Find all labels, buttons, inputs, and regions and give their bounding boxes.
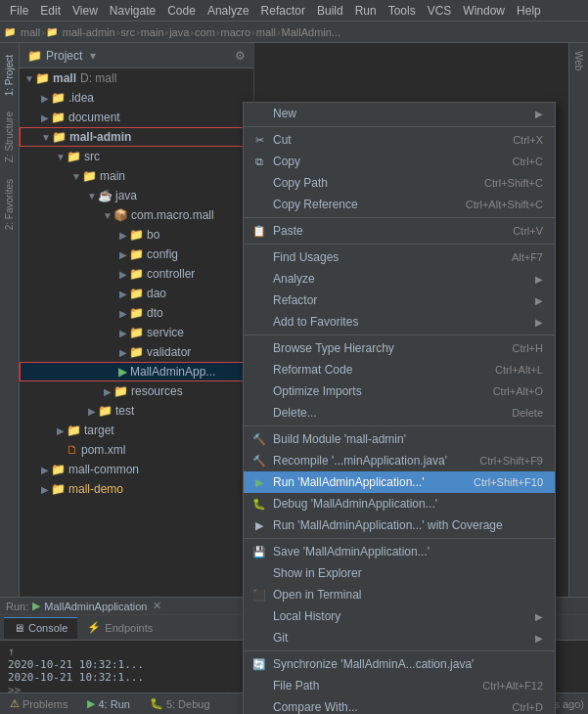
menu-refactor[interactable]: Refactor (255, 2, 311, 20)
main-area: 1: Project Z: Structure 2: Favorites 📁 P… (0, 43, 588, 597)
tree-item-pomxml[interactable]: 🗋 pom.xml (20, 440, 253, 460)
menu-navigate[interactable]: Navigate (104, 2, 161, 20)
menu-vcs[interactable]: VCS (422, 2, 458, 20)
breadcrumb-com[interactable]: com (195, 26, 215, 38)
debug-icon: 🐛 (150, 697, 163, 710)
tree-item-config[interactable]: ▶ 📁 config (20, 245, 253, 264)
ctx-reformat[interactable]: Reformat Code Ctrl+Alt+L (244, 359, 555, 380)
tree-item-resources[interactable]: ▶ 📁 resources (20, 381, 253, 401)
ctx-cut[interactable]: ✂ Cut Ctrl+X (244, 129, 555, 151)
ctx-addtofav[interactable]: Add to Favorites ▶ (244, 311, 555, 333)
ctx-refactor[interactable]: Refactor ▶ (244, 290, 555, 311)
sidebar-tab-web[interactable]: Web (571, 43, 586, 78)
tree-label: pom.xml (81, 443, 125, 457)
ctx-showinexplorer[interactable]: Show in Explorer (244, 562, 555, 584)
ctx-optimizeimports[interactable]: Optimize Imports Ctrl+Alt+O (244, 380, 555, 402)
debug-btn[interactable]: 🐛 5: Debug (144, 696, 216, 711)
breadcrumb-mall[interactable]: 📁 mall (4, 26, 40, 38)
sidebar-tab-favorites[interactable]: 2: Favorites (2, 171, 17, 238)
tree-item-validator[interactable]: ▶ 📁 validator (20, 342, 253, 362)
ctx-copy[interactable]: ⧉ Copy Ctrl+C (244, 151, 555, 172)
ctx-copypath[interactable]: Copy Path Ctrl+Shift+C (244, 172, 555, 194)
ctx-runwithcoverage[interactable]: ▶ Run 'MallAdminApplication...' with Cov… (244, 514, 555, 536)
ctx-openinterminal[interactable]: ⬛ Open in Terminal (244, 584, 555, 605)
run-btn[interactable]: ▶ 4: Run (81, 696, 135, 711)
breadcrumb-src[interactable]: src (120, 26, 135, 38)
ctx-copyref[interactable]: Copy Reference Ctrl+Alt+Shift+C (244, 194, 555, 215)
tree-item-idea[interactable]: ▶ 📁 .idea (20, 88, 253, 108)
ctx-comparewith[interactable]: Compare With... Ctrl+D (244, 696, 555, 714)
browsetypehier-shortcut: Ctrl+H (513, 342, 543, 354)
ctx-delete[interactable]: Delete... Delete (244, 402, 555, 424)
tree-label: controller (147, 267, 195, 281)
ctx-recompile[interactable]: 🔨 Recompile '...minApplication.java' Ctr… (244, 450, 555, 471)
tree-item-commacromall[interactable]: ▼ 📦 com.macro.mall (20, 205, 253, 225)
breadcrumb-java[interactable]: java (169, 26, 189, 38)
ctx-buildmodule[interactable]: 🔨 Build Module 'mall-admin' (244, 428, 555, 450)
tree-item-bo[interactable]: ▶ 📁 bo (20, 225, 253, 245)
bottom-tab-endpoints[interactable]: ⚡ Endpoints (77, 617, 162, 639)
tree-item-malladmin[interactable]: ▼ 📁 mall-admin (20, 127, 253, 147)
panel-settings-icon[interactable]: ⚙ (235, 49, 246, 63)
breadcrumb-malladmin[interactable]: 📁 mall-admin (46, 26, 115, 38)
folder-icon: 📁 (129, 306, 144, 320)
ctx-paste[interactable]: 📋 Paste Ctrl+V (244, 220, 555, 242)
menu-edit[interactable]: Edit (34, 2, 67, 20)
menu-tools[interactable]: Tools (383, 2, 422, 20)
ctx-new[interactable]: New ▶ (244, 103, 555, 124)
tree-item-test[interactable]: ▶ 📁 test (20, 401, 253, 421)
bottom-tab-console[interactable]: 🖥 Console (4, 617, 77, 639)
expand-arrow: ▶ (39, 93, 51, 104)
tree-item-malldemo[interactable]: ▶ 📁 mall-demo (20, 479, 253, 499)
submenu-arrow: ▶ (535, 611, 543, 622)
tree-item-service[interactable]: ▶ 📁 service (20, 323, 253, 342)
breadcrumb-mall2[interactable]: mall (256, 26, 276, 38)
ctx-git[interactable]: Git ▶ (244, 627, 555, 648)
expand-arrow: ▶ (117, 230, 129, 241)
ctx-browsetypehier[interactable]: Browse Type Hierarchy Ctrl+H (244, 337, 555, 359)
ctx-save[interactable]: 💾 Save 'MallAdminApplication...' (244, 541, 555, 562)
tree-item-mallcommon[interactable]: ▶ 📁 mall-common (20, 460, 253, 479)
problems-btn[interactable]: ⚠ Problems (4, 696, 73, 711)
menu-analyze[interactable]: Analyze (202, 2, 255, 20)
tree-item-document[interactable]: ▶ 📁 document (20, 108, 253, 127)
expand-arrow: ▶ (102, 386, 113, 397)
ctx-run[interactable]: ▶ Run 'MallAdminApplication...' Ctrl+Shi… (244, 471, 555, 493)
expand-arrow: ▶ (39, 465, 51, 475)
coverage-icon: ▶ (251, 519, 267, 532)
tree-item-dao[interactable]: ▶ 📁 dao (20, 284, 253, 303)
tree-item-src[interactable]: ▼ 📁 src (20, 147, 253, 166)
breadcrumb-main[interactable]: main (141, 26, 164, 38)
ctx-debug[interactable]: 🐛 Debug 'MallAdminApplication...' (244, 493, 555, 514)
tree-item-controller[interactable]: ▶ 📁 controller (20, 264, 253, 284)
run-java-icon: ▶ (118, 365, 127, 379)
tree-item-dto[interactable]: ▶ 📁 dto (20, 303, 253, 323)
menu-file[interactable]: File (4, 2, 34, 20)
menu-build[interactable]: Build (311, 2, 349, 20)
sidebar-tab-project[interactable]: 1: Project (2, 47, 17, 104)
submenu-arrow: ▶ (535, 633, 543, 644)
menu-window[interactable]: Window (457, 2, 511, 20)
menu-view[interactable]: View (67, 2, 104, 20)
tree-label: main (100, 169, 125, 183)
sidebar-tab-structure[interactable]: Z: Structure (2, 104, 17, 170)
menu-run[interactable]: Run (349, 2, 383, 20)
tree-item-target[interactable]: ▶ 📁 target (20, 421, 253, 440)
tree-item-java[interactable]: ▼ ☕ java (20, 186, 253, 205)
folder-icon: 📁 (51, 91, 66, 105)
ctx-synchronize[interactable]: 🔄 Synchronize 'MallAdminA...cation.java' (244, 653, 555, 675)
breadcrumb-malladminapp[interactable]: MallAdmin... (282, 26, 341, 38)
save-icon: 💾 (251, 546, 267, 558)
tree-item-main[interactable]: ▼ 📁 main (20, 166, 253, 186)
folder-icon: 📦 (113, 208, 128, 222)
menu-help[interactable]: Help (511, 2, 547, 20)
folder-icon: 📁 (51, 482, 66, 496)
ctx-analyze[interactable]: Analyze ▶ (244, 268, 555, 290)
tree-item-malladminapp[interactable]: ▶ MallAdminApp... (20, 362, 253, 381)
ctx-filepath[interactable]: File Path Ctrl+Alt+F12 (244, 675, 555, 696)
tree-item-mall[interactable]: ▼ 📁 mall D: mall (20, 68, 253, 88)
ctx-localhistory[interactable]: Local History ▶ (244, 605, 555, 627)
menu-code[interactable]: Code (161, 2, 202, 20)
ctx-findusages[interactable]: Find Usages Alt+F7 (244, 246, 555, 268)
breadcrumb-macro[interactable]: macro (220, 26, 250, 38)
